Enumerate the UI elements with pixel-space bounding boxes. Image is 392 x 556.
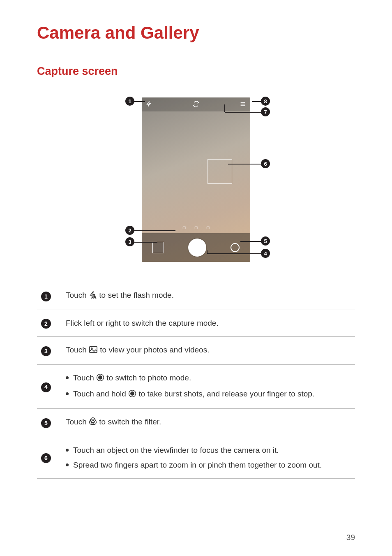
shutter-icon xyxy=(128,388,136,403)
switch-camera-icon xyxy=(192,100,200,109)
table-row: 4 Touch to switch to photo mode. Touch a… xyxy=(37,365,355,409)
callout-badge-5: 5 xyxy=(261,236,270,246)
table-row: 6 Touch an object on the viewfinder to f… xyxy=(37,437,355,478)
list-item: Spread two fingers apart to zoom in or p… xyxy=(66,458,351,473)
phone-screenshot: ▢▢▢ xyxy=(142,97,250,262)
text: to switch the filter. xyxy=(99,417,161,426)
menu-icon xyxy=(240,101,246,109)
row-badge-3: 3 xyxy=(41,346,51,356)
gallery-icon xyxy=(89,344,98,359)
text: Flick left or right to switch the captur… xyxy=(66,319,219,327)
flash-icon xyxy=(146,101,152,108)
callout-badge-3: 3 xyxy=(125,237,134,246)
text: Touch xyxy=(66,417,89,426)
camera-top-bar xyxy=(142,97,250,111)
list-item: Touch to switch to photo mode. xyxy=(66,371,351,387)
svg-text:A: A xyxy=(94,295,96,299)
table-row: 1 Touch A to set the flash mode. xyxy=(37,282,355,310)
page-number: 39 xyxy=(346,533,355,542)
callout-badge-6: 6 xyxy=(261,159,270,168)
camera-bottom-bar xyxy=(142,233,250,262)
row-badge-2: 2 xyxy=(41,319,51,329)
section-title: Capture screen xyxy=(37,65,355,78)
table-row: 3 Touch to view your photos and videos. xyxy=(37,337,355,365)
callout-badge-8: 8 xyxy=(261,97,270,106)
list-item: Touch an object on the viewfinder to foc… xyxy=(66,443,351,458)
callout-badge-4: 4 xyxy=(261,249,270,258)
row-badge-4: 4 xyxy=(41,382,51,392)
row-badge-1: 1 xyxy=(41,292,51,301)
text: to view your photos and videos. xyxy=(100,345,209,354)
callout-badge-7: 7 xyxy=(261,107,270,116)
shutter-icon xyxy=(96,372,104,387)
svg-point-4 xyxy=(98,375,102,380)
row-badge-5: 5 xyxy=(41,418,51,428)
page-title: Camera and Gallery xyxy=(37,23,355,43)
gallery-thumbnail xyxy=(152,242,164,253)
text: to set the flash mode. xyxy=(99,291,174,299)
mode-strip: ▢▢▢ xyxy=(142,222,250,233)
row-badge-6: 6 xyxy=(41,453,51,463)
svg-point-6 xyxy=(130,392,134,396)
flash-icon: A xyxy=(89,289,97,304)
filter-button xyxy=(231,243,240,252)
svg-rect-1 xyxy=(90,347,97,353)
callout-badge-2: 2 xyxy=(125,226,134,235)
callout-badge-1: 1 xyxy=(125,97,134,106)
filter-icon xyxy=(89,416,97,431)
shutter-button xyxy=(188,239,206,257)
text: Touch xyxy=(66,345,89,354)
table-row: 2 Flick left or right to switch the capt… xyxy=(37,310,355,337)
capture-screen-figure: ▢▢▢ 1 2 3 8 7 6 5 4 xyxy=(114,94,278,267)
figure-wrapper: ▢▢▢ 1 2 3 8 7 6 5 4 xyxy=(37,94,355,267)
callout-table: 1 Touch A to set the flash mode. 2 Flick… xyxy=(37,282,355,479)
list-item: Touch and hold to take burst shots, and … xyxy=(66,387,351,403)
focus-box xyxy=(208,159,232,184)
table-row: 5 Touch to switch the filter. xyxy=(37,409,355,437)
text: Touch xyxy=(66,291,89,299)
